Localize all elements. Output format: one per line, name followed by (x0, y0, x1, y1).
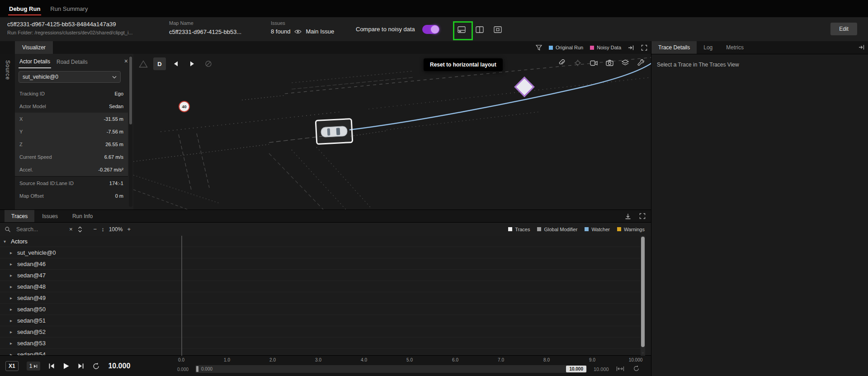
tab-traces[interactable]: Traces (5, 210, 34, 222)
chevron-right-icon[interactable]: ▸ (10, 262, 14, 267)
map-viewport[interactable]: D (133, 54, 651, 209)
disabled-tool-icon[interactable] (202, 57, 215, 70)
tree-item[interactable]: ▸sedan@51 (0, 315, 641, 326)
fullscreen-icon[interactable] (639, 213, 646, 219)
scrollbar[interactable] (129, 56, 132, 207)
tooltip: Reset to horizontal layout (424, 58, 503, 71)
tab-actor-details[interactable]: Actor Details (19, 55, 51, 68)
timeline-cursor[interactable] (181, 236, 182, 356)
back-arrow-icon[interactable] (170, 57, 182, 70)
chevron-down-icon[interactable]: ▾ (4, 239, 8, 244)
fit-range-icon[interactable] (616, 366, 624, 371)
chevron-right-icon[interactable]: ▸ (10, 307, 14, 312)
legend-watcher[interactable]: Watcher (585, 227, 610, 232)
time-tick: 7.0 (498, 357, 504, 362)
drive-mode-button[interactable]: D (153, 57, 166, 70)
video-camera-icon[interactable] (588, 57, 599, 68)
zoom-out-icon[interactable]: − (94, 226, 97, 233)
main-issue-label[interactable]: Main Issue (306, 28, 334, 35)
vertical-split-layout-icon[interactable] (473, 24, 486, 35)
playback-speed-button[interactable]: X1 (5, 361, 19, 371)
legend-traces[interactable]: Traces (508, 227, 530, 232)
eye-icon[interactable] (294, 29, 302, 34)
time-range-slider[interactable]: 0.000 10.000 (195, 365, 587, 373)
chevron-right-icon[interactable]: ▸ (10, 284, 14, 289)
warning-triangle-icon[interactable] (137, 57, 150, 70)
zoom-in-icon[interactable]: + (127, 226, 131, 233)
tree-item[interactable]: ▸sedan@46 (0, 258, 641, 270)
loop-icon[interactable] (92, 362, 100, 370)
scrollbar[interactable]: ▼ (641, 236, 645, 356)
tab-debug-run[interactable]: Debug Run (7, 0, 42, 17)
camera-icon[interactable] (604, 57, 615, 68)
forward-arrow-icon[interactable] (186, 57, 198, 70)
chevron-right-icon[interactable]: ▸ (10, 250, 14, 255)
collapse-right-icon[interactable] (859, 44, 865, 50)
locate-icon[interactable] (572, 57, 583, 68)
vertical-fit-icon[interactable]: ↕ (101, 226, 104, 233)
chevron-right-icon[interactable]: ▸ (10, 273, 14, 278)
legend-global-modifier[interactable]: Global Modifier (537, 227, 577, 232)
collapse-right-icon[interactable] (628, 45, 634, 51)
tree-item[interactable]: ▸sedan@50 (0, 304, 641, 315)
tree-item[interactable]: ▸sut_vehicle@0 (0, 247, 641, 258)
search-icon (5, 226, 11, 233)
tab-issues[interactable]: Issues (35, 210, 65, 222)
frame-step-button[interactable]: 1 (27, 362, 41, 371)
tab-metrics[interactable]: Metrics (719, 41, 750, 54)
run-folder: Run Folder: /regressions/clusters/dev02/… (7, 30, 133, 35)
center-layout-icon[interactable] (491, 24, 504, 35)
detail-row: Z26.55 m (15, 138, 128, 151)
tab-road-details[interactable]: Road Details (56, 55, 89, 68)
tree-label: sedan@49 (17, 295, 46, 301)
tree-item[interactable]: ▸sedan@47 (0, 270, 641, 281)
tree-item[interactable]: ▸sedan@48 (0, 281, 641, 292)
compare-noisy-toggle[interactable] (422, 25, 439, 34)
chevron-right-icon[interactable]: ▸ (10, 295, 14, 300)
edit-button[interactable]: Edit (830, 23, 857, 35)
scrollbar-down-arrow[interactable]: ▼ (641, 351, 645, 355)
skip-to-start-icon[interactable] (48, 363, 55, 369)
scrollbar-thumb[interactable] (129, 57, 132, 124)
clear-search-icon[interactable]: × (69, 226, 73, 233)
chevron-right-icon[interactable]: ▸ (10, 341, 14, 346)
fullscreen-icon[interactable] (641, 45, 647, 51)
skip-to-end-icon[interactable] (78, 363, 84, 369)
tab-trace-details[interactable]: Trace Details (651, 41, 697, 54)
source-panel-strip[interactable]: Source (0, 54, 15, 209)
tab-log[interactable]: Log (697, 41, 719, 54)
actor-selector[interactable]: sut_vehicle@0 (19, 71, 121, 83)
play-icon[interactable] (63, 362, 70, 370)
search-input[interactable] (15, 226, 65, 233)
chevron-right-icon[interactable]: ▸ (10, 329, 14, 334)
tree-item[interactable]: ▸sedan@53 (0, 338, 641, 349)
layers-icon[interactable] (620, 57, 631, 68)
tree-item[interactable]: ▸sedan@54 (0, 349, 641, 356)
scrollbar-thumb[interactable] (641, 237, 645, 347)
tab-visualizer[interactable]: Visualizer (15, 41, 53, 54)
wrench-icon[interactable] (636, 57, 646, 68)
reset-range-icon[interactable] (633, 365, 640, 372)
map-name-block: Map Name c5ff2331-d967-4125-bb53... (169, 20, 241, 35)
horizontal-layout-icon[interactable] (455, 24, 468, 35)
time-tick: 2.0 (269, 357, 276, 362)
filter-icon[interactable] (536, 45, 542, 51)
tab-issues-label: Issues (42, 213, 58, 219)
ego-vehicle-marker[interactable] (315, 118, 354, 145)
traces-panel: Traces Issues Run Info × − ↕ (0, 209, 651, 356)
range-end-handle[interactable]: 10.000 (566, 366, 586, 372)
visualizer-bar: Visualizer Original Run Noisy Data (0, 41, 651, 54)
tree-item[interactable]: ▸sedan@52 (0, 326, 641, 338)
chevron-right-icon[interactable]: ▸ (10, 318, 14, 323)
tab-run-info[interactable]: Run Info (66, 210, 99, 222)
tab-run-summary[interactable]: Run Summary (48, 0, 90, 17)
close-icon[interactable]: × (124, 57, 128, 65)
sort-icon[interactable] (77, 226, 83, 233)
download-icon[interactable] (625, 213, 631, 219)
attach-icon[interactable] (557, 57, 567, 68)
legend-warnings[interactable]: Warnings (617, 227, 645, 232)
tree-item[interactable]: ▸sedan@49 (0, 292, 641, 304)
time-tick: 10.000 (629, 357, 643, 362)
tree-item-actors[interactable]: ▾ Actors (0, 236, 641, 247)
range-start-handle[interactable] (196, 366, 198, 372)
